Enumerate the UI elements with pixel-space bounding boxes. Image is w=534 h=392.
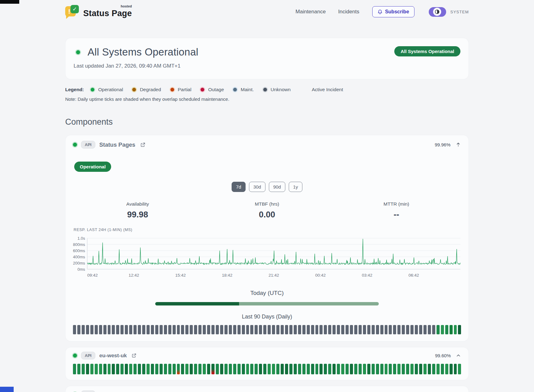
- uptime-tick[interactable]: [376, 325, 379, 334]
- uptime-tick[interactable]: [151, 325, 154, 334]
- uptime-tick[interactable]: [410, 364, 414, 374]
- uptime-tick[interactable]: [294, 364, 297, 374]
- uptime-tick[interactable]: [242, 325, 245, 334]
- uptime-tick[interactable]: [285, 364, 288, 374]
- uptime-tick[interactable]: [99, 325, 102, 334]
- uptime-tick[interactable]: [393, 325, 396, 334]
- uptime-tick[interactable]: [185, 364, 188, 374]
- uptime-tick[interactable]: [138, 364, 141, 374]
- uptime-tick[interactable]: [142, 364, 145, 374]
- uptime-tick[interactable]: [73, 325, 76, 334]
- uptime-tick[interactable]: [367, 364, 370, 374]
- uptime-tick[interactable]: [173, 325, 176, 334]
- uptime-tick[interactable]: [116, 364, 119, 374]
- uptime-tick[interactable]: [268, 364, 271, 374]
- uptime-tick[interactable]: [328, 325, 331, 334]
- uptime-tick[interactable]: [250, 364, 253, 374]
- uptime-tick[interactable]: [367, 325, 370, 334]
- uptime-tick[interactable]: [359, 325, 362, 334]
- uptime-tick[interactable]: [437, 325, 440, 334]
- uptime-tick[interactable]: [311, 325, 314, 334]
- uptime-tick[interactable]: [216, 325, 219, 334]
- uptime-tick[interactable]: [103, 325, 106, 334]
- uptime-tick[interactable]: [194, 364, 197, 374]
- uptime-tick[interactable]: [229, 364, 232, 374]
- uptime-tick[interactable]: [315, 325, 319, 334]
- uptime-tick[interactable]: [359, 364, 362, 374]
- uptime-tick[interactable]: [233, 364, 236, 374]
- uptime-tick[interactable]: [441, 364, 444, 374]
- uptime-tick[interactable]: [120, 325, 124, 334]
- uptime-tick[interactable]: [432, 364, 435, 374]
- uptime-tick[interactable]: [125, 364, 128, 374]
- uptime-tick[interactable]: [432, 325, 435, 334]
- uptime-tick[interactable]: [224, 364, 228, 374]
- uptime-tick[interactable]: [302, 325, 305, 334]
- uptime-tick[interactable]: [82, 325, 85, 334]
- uptime-tick[interactable]: [350, 325, 353, 334]
- uptime-tick[interactable]: [319, 325, 323, 334]
- uptime-tick[interactable]: [454, 325, 457, 334]
- uptime-tick[interactable]: [112, 325, 115, 334]
- uptime-tick[interactable]: [177, 364, 180, 374]
- uptime-tick[interactable]: [437, 364, 440, 374]
- uptime-tick[interactable]: [294, 325, 297, 334]
- uptime-tick[interactable]: [147, 364, 150, 374]
- uptime-tick[interactable]: [194, 325, 197, 334]
- uptime-tick[interactable]: [363, 364, 366, 374]
- uptime-tick[interactable]: [415, 325, 418, 334]
- uptime-tick[interactable]: [385, 325, 388, 334]
- uptime-tick[interactable]: [77, 325, 80, 334]
- uptime-tick[interactable]: [410, 325, 414, 334]
- range-button-7d[interactable]: 7d: [232, 182, 246, 192]
- uptime-tick[interactable]: [281, 364, 284, 374]
- uptime-tick[interactable]: [346, 364, 349, 374]
- uptime-tick[interactable]: [302, 364, 305, 374]
- uptime-tick[interactable]: [242, 364, 245, 374]
- uptime-tick[interactable]: [428, 364, 431, 374]
- uptime-tick[interactable]: [341, 325, 344, 334]
- uptime-tick[interactable]: [116, 325, 119, 334]
- uptime-tick[interactable]: [207, 364, 210, 374]
- uptime-tick[interactable]: [95, 325, 98, 334]
- uptime-tick[interactable]: [445, 325, 448, 334]
- uptime-tick[interactable]: [238, 364, 241, 374]
- uptime-tick[interactable]: [103, 364, 106, 374]
- uptime-tick[interactable]: [108, 364, 111, 374]
- uptime-tick[interactable]: [419, 325, 422, 334]
- uptime-tick[interactable]: [324, 364, 327, 374]
- uptime-tick[interactable]: [255, 364, 258, 374]
- uptime-tick[interactable]: [445, 364, 448, 374]
- uptime-tick[interactable]: [164, 364, 167, 374]
- uptime-tick[interactable]: [112, 364, 115, 374]
- uptime-tick[interactable]: [324, 325, 327, 334]
- uptime-tick[interactable]: [155, 325, 158, 334]
- uptime-tick[interactable]: [458, 364, 461, 374]
- uptime-tick[interactable]: [255, 325, 258, 334]
- uptime-tick[interactable]: [129, 325, 132, 334]
- uptime-tick[interactable]: [246, 364, 249, 374]
- uptime-tick[interactable]: [363, 325, 366, 334]
- uptime-tick[interactable]: [229, 325, 232, 334]
- uptime-tick[interactable]: [207, 325, 210, 334]
- uptime-tick[interactable]: [120, 364, 124, 374]
- uptime-tick[interactable]: [211, 364, 215, 374]
- uptime-tick[interactable]: [354, 364, 357, 374]
- uptime-tick[interactable]: [147, 325, 150, 334]
- uptime-tick[interactable]: [220, 364, 223, 374]
- uptime-tick[interactable]: [406, 364, 409, 374]
- uptime-tick[interactable]: [354, 325, 357, 334]
- expand-chevron-icon[interactable]: [456, 354, 461, 358]
- uptime-tick[interactable]: [285, 325, 288, 334]
- uptime-tick[interactable]: [95, 364, 98, 374]
- uptime-tick[interactable]: [224, 325, 228, 334]
- collapse-arrow-icon[interactable]: [455, 141, 461, 148]
- uptime-tick[interactable]: [372, 364, 375, 374]
- uptime-tick[interactable]: [259, 364, 262, 374]
- uptime-tick[interactable]: [216, 364, 219, 374]
- uptime-tick[interactable]: [203, 364, 206, 374]
- uptime-tick[interactable]: [307, 364, 310, 374]
- uptime-tick[interactable]: [198, 325, 201, 334]
- range-button-1y[interactable]: 1y: [289, 182, 302, 192]
- uptime-tick[interactable]: [125, 325, 128, 334]
